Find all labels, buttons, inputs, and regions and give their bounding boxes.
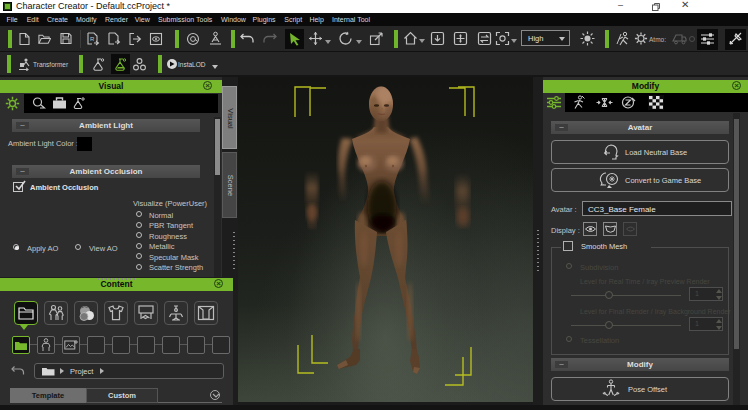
svg-text:R: R [90, 36, 95, 42]
